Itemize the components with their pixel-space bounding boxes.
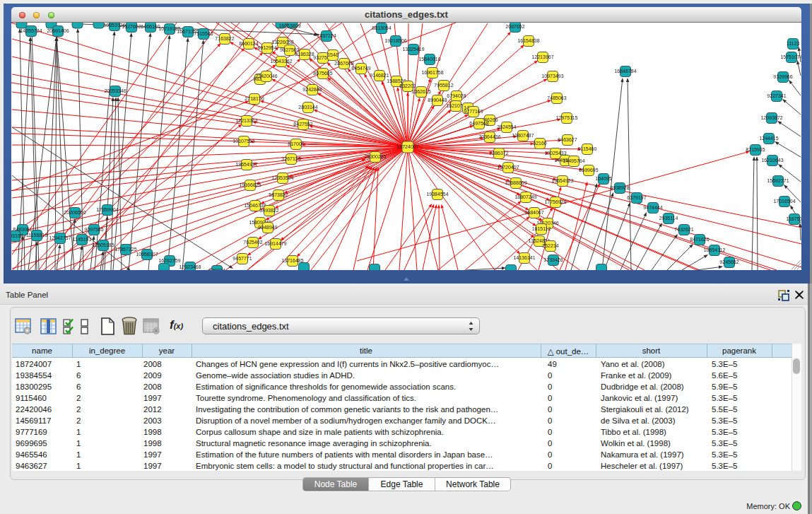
svg-text:6466160: 6466160 (141, 24, 160, 29)
svg-text:17016504: 17016504 (773, 199, 795, 204)
svg-text:10973493: 10973493 (541, 74, 563, 78)
svg-text:9245652: 9245652 (719, 259, 739, 264)
svg-text:2087652: 2087652 (505, 24, 524, 29)
svg-text:1145193: 1145193 (73, 237, 92, 242)
svg-text:13716485: 13716485 (281, 258, 303, 263)
svg-text:8471626: 8471626 (690, 237, 709, 242)
svg-text:116753: 116753 (787, 216, 801, 221)
svg-text:817006: 817006 (288, 141, 304, 146)
svg-text:10807487: 10807487 (512, 133, 534, 138)
svg-text:20053346: 20053346 (104, 88, 126, 93)
svg-text:62160: 62160 (533, 141, 547, 146)
svg-text:9474444: 9474444 (643, 205, 662, 210)
svg-text:10958107: 10958107 (136, 252, 158, 257)
svg-text:17359904: 17359904 (96, 207, 118, 212)
svg-text:9684067: 9684067 (524, 210, 543, 215)
svg-text:8215935: 8215935 (746, 147, 765, 152)
svg-text:11156819: 11156819 (26, 233, 47, 238)
svg-text:15751074: 15751074 (780, 54, 801, 59)
svg-text:8675685: 8675685 (313, 71, 332, 76)
svg-text:15692371: 15692371 (767, 178, 789, 183)
svg-text:9097585: 9097585 (84, 227, 103, 232)
svg-text:8813054: 8813054 (372, 25, 391, 30)
svg-text:8912954: 8912954 (257, 45, 276, 50)
svg-text:12213967: 12213967 (531, 54, 553, 59)
svg-text:17975115: 17975115 (556, 115, 578, 120)
svg-text:20206550: 20206550 (64, 210, 86, 215)
svg-text:16210643: 16210643 (761, 158, 783, 163)
svg-text:16961758: 16961758 (421, 70, 443, 75)
svg-text:8660124: 8660124 (239, 41, 258, 46)
svg-text:7857224: 7857224 (317, 33, 336, 38)
svg-text:9242848: 9242848 (302, 87, 322, 92)
svg-text:20691406: 20691406 (47, 28, 69, 33)
svg-text:8186328: 8186328 (295, 52, 314, 57)
svg-text:16053809: 16053809 (278, 23, 300, 28)
svg-text:9329966: 9329966 (773, 74, 792, 79)
svg-text:5873832: 5873832 (269, 192, 288, 197)
svg-text:7955812: 7955812 (434, 83, 453, 88)
svg-text:19166825: 19166825 (239, 182, 261, 187)
svg-text:129234: 129234 (208, 268, 225, 270)
svg-text:6497568: 6497568 (469, 121, 488, 126)
svg-text:13325419: 13325419 (402, 47, 424, 52)
svg-text:15640910: 15640910 (418, 57, 440, 62)
svg-text:10107553: 10107553 (233, 139, 254, 144)
svg-text:12942757: 12942757 (49, 235, 71, 240)
svg-text:6794028: 6794028 (447, 93, 466, 98)
svg-text:14055724: 14055724 (20, 28, 42, 33)
svg-text:9048949: 9048949 (258, 225, 277, 230)
svg-text:10654112: 10654112 (704, 247, 726, 252)
svg-text:6379197: 6379197 (627, 195, 646, 200)
svg-text:12923468: 12923468 (179, 264, 201, 269)
svg-text:1733426: 1733426 (543, 257, 563, 262)
svg-text:12213363: 12213363 (235, 118, 257, 123)
svg-text:8699695: 8699695 (579, 168, 598, 173)
svg-text:17857225: 17857225 (114, 247, 136, 252)
svg-text:14495764: 14495764 (563, 158, 584, 163)
svg-text:9227341: 9227341 (767, 93, 786, 98)
svg-text:14136141: 14136141 (513, 255, 535, 260)
svg-text:16154838: 16154838 (517, 38, 539, 43)
svg-text:832203: 832203 (399, 83, 416, 88)
svg-text:1244415: 1244415 (759, 136, 778, 141)
svg-text:15720407: 15720407 (497, 165, 519, 170)
svg-text:23420046: 23420046 (255, 74, 277, 78)
svg-text:2935114: 2935114 (659, 216, 678, 221)
svg-text:16782759: 16782759 (158, 258, 180, 263)
svg-text:3493822: 3493822 (259, 208, 278, 213)
svg-text:2867608: 2867608 (334, 61, 353, 66)
svg-text:13226058: 13226058 (271, 40, 293, 45)
svg-text:25300285: 25300285 (364, 154, 386, 159)
svg-text:19654937: 19654937 (235, 162, 257, 167)
svg-text:1546: 1546 (327, 52, 339, 57)
svg-text:8990448: 8990448 (428, 98, 447, 103)
svg-text:10543362: 10543362 (270, 59, 292, 64)
svg-text:12353594: 12353594 (271, 175, 293, 180)
svg-text:18807249: 18807249 (514, 194, 536, 199)
svg-text:9463627: 9463627 (558, 137, 577, 142)
svg-text:18724007: 18724007 (396, 144, 418, 149)
svg-text:7515546: 7515546 (194, 31, 213, 36)
svg-text:9457771: 9457771 (233, 256, 252, 261)
svg-text:9777169: 9777169 (464, 109, 483, 114)
svg-text:20364436: 20364436 (478, 134, 500, 139)
svg-text:1615112: 1615112 (532, 226, 551, 231)
svg-text:12505185: 12505185 (92, 243, 114, 247)
svg-text:1362615: 1362615 (411, 89, 430, 94)
svg-text:7485063: 7485063 (547, 95, 566, 100)
svg-text:19654923: 19654923 (551, 178, 573, 183)
svg-text:164095: 164095 (595, 176, 611, 181)
svg-text:2718170: 2718170 (245, 96, 264, 101)
svg-text:9115460: 9115460 (578, 146, 597, 151)
svg-text:7625402: 7625402 (243, 240, 262, 245)
svg-text:9146821: 9146821 (370, 73, 389, 78)
svg-text:7163822: 7163822 (215, 36, 234, 41)
svg-text:16914479: 16914479 (264, 241, 286, 246)
svg-text:3624554: 3624554 (497, 124, 516, 129)
svg-text:12093872: 12093872 (760, 115, 782, 120)
svg-text:1527602: 1527602 (122, 24, 141, 29)
svg-text:17756928: 17756928 (544, 199, 566, 204)
svg-text:19218506: 19218506 (384, 38, 406, 43)
svg-text:8938928: 8938928 (610, 185, 629, 190)
